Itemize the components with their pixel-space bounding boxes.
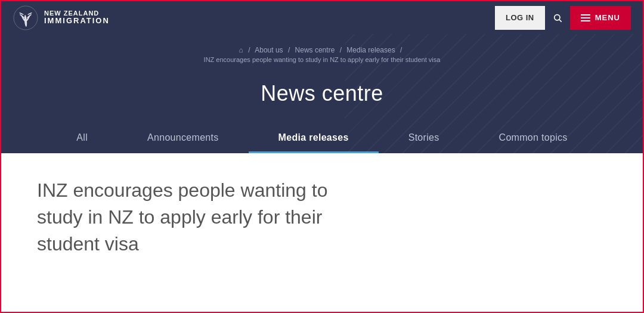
hero-section: ⌂ / About us / News centre / Media relea… (1, 34, 643, 153)
header: NEW ZEALAND IMMIGRATION LOG IN MENU (1, 1, 643, 34)
header-right: LOG IN MENU (495, 6, 631, 30)
search-icon (553, 13, 562, 23)
svg-point-6 (19, 12, 24, 15)
breadcrumb: ⌂ / About us / News centre / Media relea… (1, 46, 643, 63)
article-title: INZ encourages people wanting to study i… (37, 177, 347, 257)
tab-all[interactable]: All (47, 124, 117, 153)
search-button[interactable] (545, 6, 570, 30)
svg-point-8 (554, 14, 559, 20)
tab-media-releases[interactable]: Media releases (249, 124, 379, 153)
login-button[interactable]: LOG IN (495, 6, 545, 30)
breadcrumb-mediareleases[interactable]: Media releases (346, 46, 395, 54)
breadcrumb-area: ⌂ / About us / News centre / Media relea… (1, 46, 643, 69)
svg-point-7 (27, 12, 32, 15)
logo-line2: IMMIGRATION (44, 17, 110, 25)
logo-text: NEW ZEALAND IMMIGRATION (44, 10, 110, 25)
breadcrumb-newscentre[interactable]: News centre (295, 46, 335, 54)
menu-label: MENU (595, 13, 620, 22)
breadcrumb-current: INZ encourages people wanting to study i… (1, 56, 643, 63)
tabs-container: All Announcements Media releases Stories… (1, 124, 643, 153)
fern-logo-icon (13, 5, 38, 30)
tab-announcements[interactable]: Announcements (117, 124, 249, 153)
tab-stories[interactable]: Stories (379, 124, 469, 153)
menu-button[interactable]: MENU (570, 6, 631, 30)
tab-common-topics[interactable]: Common topics (469, 124, 597, 153)
home-icon: ⌂ (239, 46, 243, 54)
content-area: INZ encourages people wanting to study i… (1, 153, 643, 281)
breadcrumb-about[interactable]: About us (255, 46, 283, 54)
svg-line-9 (559, 20, 562, 22)
hero-title: News centre (1, 69, 643, 124)
hamburger-icon (581, 14, 590, 21)
logo-area: NEW ZEALAND IMMIGRATION (13, 5, 110, 30)
